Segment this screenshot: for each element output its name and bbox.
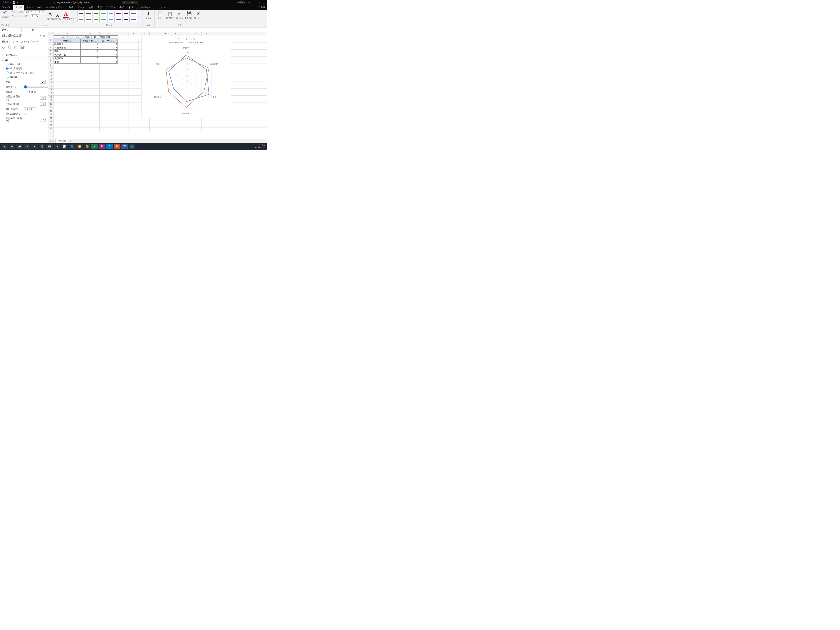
table-cell[interactable]: 9	[81, 42, 99, 46]
pen-swatch[interactable]	[77, 17, 85, 22]
taskbar-item[interactable]: 📧	[46, 144, 53, 149]
row-header[interactable]: 25	[48, 120, 54, 124]
row-header[interactable]: 19	[48, 99, 54, 103]
minimize-button[interactable]: —	[253, 1, 255, 4]
pen-swatch[interactable]	[107, 11, 115, 16]
row-header[interactable]: 6	[48, 53, 54, 57]
mail-button[interactable]: ✉電子メール	[194, 11, 203, 22]
row-header[interactable]: 23	[48, 113, 54, 117]
col-header[interactable]: G	[150, 32, 160, 35]
col-header[interactable]: B	[81, 32, 99, 35]
tab-デザイン[interactable]: デザイン	[104, 5, 117, 10]
pen-swatch[interactable]	[115, 17, 122, 22]
line-solid-radio[interactable]	[6, 67, 8, 70]
col-header[interactable]: K	[191, 32, 202, 35]
taskbar-item[interactable]: 🎨	[84, 144, 90, 149]
table-cell[interactable]: 9	[81, 49, 99, 53]
axis-options-tab[interactable]: 軸のオプション ▾	[2, 40, 18, 43]
pen-swatch[interactable]	[85, 11, 92, 16]
new-sheet-button[interactable]: ⊕	[69, 140, 71, 142]
tab-表示[interactable]: 表示	[95, 5, 104, 10]
pen-swatch[interactable]	[100, 17, 107, 22]
display-options-icon[interactable]: ▭	[248, 1, 250, 4]
line-grad-radio[interactable]	[6, 71, 8, 74]
row-header[interactable]: 15	[48, 85, 54, 88]
line-none-radio[interactable]	[6, 63, 8, 65]
font-size-select[interactable]: 9	[31, 14, 39, 18]
text-options-tab[interactable]: 文字のオプション	[21, 40, 38, 43]
grow-font-button[interactable]: A	[47, 11, 53, 18]
row-header[interactable]: 5	[48, 50, 54, 53]
row-header[interactable]: 17	[48, 92, 54, 96]
row-header[interactable]: 10	[48, 67, 54, 71]
row-header[interactable]: 9	[48, 64, 54, 67]
row-header[interactable]: 8	[48, 60, 54, 64]
row-header[interactable]: 26	[48, 124, 54, 128]
pen-swatch[interactable]	[93, 11, 99, 16]
table-cell[interactable]: 5	[81, 57, 99, 60]
taskbar-item[interactable]: a	[54, 144, 60, 149]
row-header[interactable]: 13	[48, 78, 54, 82]
tab-数式[interactable]: 数式	[67, 5, 76, 10]
table-header[interactable]: LBカメラE-1	[81, 39, 99, 42]
taskbar-item[interactable]: e	[9, 144, 16, 149]
table-cell[interactable]: 有効画素数	[54, 46, 81, 49]
pen-swatch[interactable]	[123, 11, 129, 16]
taskbar-item[interactable]: W	[121, 144, 128, 149]
color-picker[interactable]: ◢▾	[40, 80, 46, 84]
taskbar-item[interactable]: P	[114, 144, 120, 149]
taskbar-item[interactable]: 📁	[16, 144, 23, 149]
taskbar-item[interactable]: X	[91, 144, 98, 149]
row-header[interactable]: 20	[48, 103, 54, 106]
row-header[interactable]: 24	[48, 117, 54, 120]
table-cell[interactable]: 7	[99, 49, 118, 53]
col-header[interactable]: L	[202, 32, 212, 35]
undo-button[interactable]: ↶	[3, 10, 7, 16]
col-header[interactable]: I	[171, 32, 181, 35]
arrow-begin-picker[interactable]: →▾	[40, 118, 46, 122]
pen-swatch[interactable]	[130, 17, 137, 22]
radar-chart[interactable]: グラフ タイトル LBカメラE-1カノーXM-2 撮像素子有効画素数F値光学ズー…	[141, 36, 231, 118]
row-header[interactable]: 11	[48, 71, 54, 74]
col-header[interactable]: H	[160, 32, 171, 35]
share-button[interactable]: ↗ 共有	[256, 5, 267, 10]
select-all-corner[interactable]	[48, 32, 54, 35]
col-header[interactable]: E	[129, 32, 139, 35]
font-select[interactable]: ＭＳ Ｐゴシック	[24, 10, 45, 14]
copy-button[interactable]: 📄コピー	[156, 11, 165, 19]
taskbar-item[interactable]: N	[99, 144, 106, 149]
font-color-button[interactable]: A	[63, 10, 68, 18]
row-header[interactable]: 27	[48, 128, 54, 131]
pen-swatch[interactable]	[115, 11, 122, 16]
row-header[interactable]: 22	[48, 110, 54, 113]
close-button[interactable]: ×	[262, 1, 264, 4]
table-cell[interactable]: 9	[99, 53, 118, 57]
row-header[interactable]: 7	[48, 57, 54, 60]
table-cell[interactable]: 撮像素子	[54, 42, 81, 46]
col-header[interactable]: D	[118, 32, 129, 35]
col-header[interactable]: C	[99, 32, 118, 35]
table-cell[interactable]: 焦点距離	[54, 57, 81, 60]
taskbar-item[interactable]: ⊞	[1, 144, 8, 149]
size-icon[interactable]: ⊞	[14, 45, 17, 49]
tab-データ[interactable]: データ	[76, 5, 87, 10]
table-cell[interactable]: 9	[99, 46, 118, 49]
taskbar-item[interactable]: O	[106, 144, 113, 149]
taskbar-item[interactable]: 📊	[61, 144, 68, 149]
row-header[interactable]: 14	[48, 82, 54, 85]
pen-swatch[interactable]	[130, 11, 137, 16]
taskbar-item[interactable]: 🛍	[24, 144, 30, 149]
undo-icon[interactable]: ↶	[17, 1, 19, 4]
tab-ホーム[interactable]: ホーム	[24, 5, 35, 10]
enter-icon[interactable]: ✓	[27, 28, 29, 31]
cancel-icon[interactable]: ×	[24, 28, 25, 31]
tell-me[interactable]: 💡実行したい作業を入力してください	[126, 5, 167, 10]
fill-line-icon[interactable]: ◇	[2, 45, 5, 49]
table-cell[interactable]: 光学ズーム	[54, 53, 81, 57]
fx-icon[interactable]: fx	[31, 28, 35, 32]
pen-swatch[interactable]	[77, 11, 85, 16]
table-cell[interactable]: F値	[54, 49, 81, 53]
shrink-font-button[interactable]: A	[55, 13, 60, 18]
table-cell[interactable]: 7	[81, 60, 99, 63]
taskbar-item[interactable]: 🌐	[129, 144, 136, 149]
